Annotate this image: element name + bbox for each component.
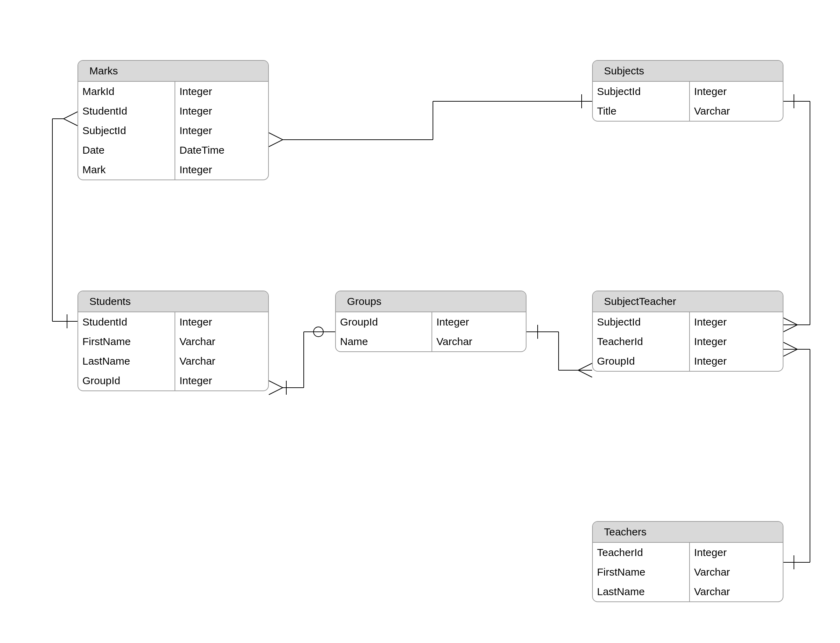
field-name: SubjectId: [78, 121, 174, 140]
entity-fields: SubjectId TeacherId GroupId: [593, 312, 690, 371]
er-diagram: Marks MarkId StudentId SubjectId Date Ma…: [0, 0, 840, 643]
entity-students: Students StudentId FirstName LastName Gr…: [78, 290, 269, 391]
entity-fields: SubjectId Title: [593, 82, 690, 121]
field-type: Integer: [175, 82, 268, 101]
field-name: Title: [593, 101, 689, 121]
field-name: FirstName: [78, 332, 174, 351]
entity-fields: GroupId Name: [336, 312, 432, 351]
field-name: GroupId: [78, 371, 174, 390]
field-name: StudentId: [78, 101, 174, 121]
field-name: Name: [336, 332, 431, 351]
field-type: Integer: [175, 371, 268, 390]
field-type: Integer: [175, 121, 268, 140]
entity-groups: Groups GroupId Name Integer Varchar: [335, 290, 526, 352]
field-name: TeacherId: [593, 543, 689, 562]
entity-marks: Marks MarkId StudentId SubjectId Date Ma…: [78, 60, 269, 180]
field-name: FirstName: [593, 562, 689, 582]
field-name: LastName: [593, 582, 689, 601]
field-type: Integer: [175, 312, 268, 332]
entity-title: Students: [78, 291, 268, 312]
entity-title: Groups: [336, 291, 526, 312]
field-name: MarkId: [78, 82, 174, 101]
entity-fields: StudentId FirstName LastName GroupId: [78, 312, 175, 390]
entity-subjects: Subjects SubjectId Title Integer Varchar: [592, 60, 783, 122]
field-type: Varchar: [175, 332, 268, 351]
entity-title: Subjects: [593, 61, 783, 82]
field-name: SubjectId: [593, 312, 689, 332]
field-name: Mark: [78, 160, 174, 180]
field-type: Varchar: [432, 332, 526, 351]
entity-types: Integer Integer Integer: [690, 312, 783, 371]
field-name: StudentId: [78, 312, 174, 332]
entity-types: Integer Varchar: [432, 312, 526, 351]
field-type: Varchar: [690, 101, 783, 121]
field-type: Integer: [690, 82, 783, 101]
entity-teachers: Teachers TeacherId FirstName LastName In…: [592, 521, 783, 602]
entity-subjectteacher: SubjectTeacher SubjectId TeacherId Group…: [592, 290, 783, 372]
entity-title: SubjectTeacher: [593, 291, 783, 312]
field-name: SubjectId: [593, 82, 689, 101]
field-name: Date: [78, 140, 174, 160]
entity-title: Marks: [78, 61, 268, 82]
field-type: Integer: [690, 543, 783, 562]
entity-fields: TeacherId FirstName LastName: [593, 543, 690, 601]
field-type: Varchar: [175, 351, 268, 371]
field-type: Integer: [175, 101, 268, 121]
entity-types: Integer Integer Integer DateTime Integer: [175, 82, 268, 180]
entity-types: Integer Varchar Varchar: [690, 543, 783, 601]
field-type: DateTime: [175, 140, 268, 160]
field-type: Varchar: [690, 562, 783, 582]
entity-types: Integer Varchar: [690, 82, 783, 121]
field-name: TeacherId: [593, 332, 689, 351]
entity-fields: MarkId StudentId SubjectId Date Mark: [78, 82, 175, 180]
field-name: LastName: [78, 351, 174, 371]
field-type: Integer: [432, 312, 526, 332]
field-type: Integer: [175, 160, 268, 180]
field-type: Varchar: [690, 582, 783, 601]
field-type: Integer: [690, 312, 783, 332]
field-type: Integer: [690, 332, 783, 351]
svg-point-12: [314, 327, 323, 337]
field-type: Integer: [690, 351, 783, 371]
field-name: GroupId: [593, 351, 689, 371]
field-name: GroupId: [336, 312, 431, 332]
entity-title: Teachers: [593, 522, 783, 543]
entity-types: Integer Varchar Varchar Integer: [175, 312, 268, 390]
